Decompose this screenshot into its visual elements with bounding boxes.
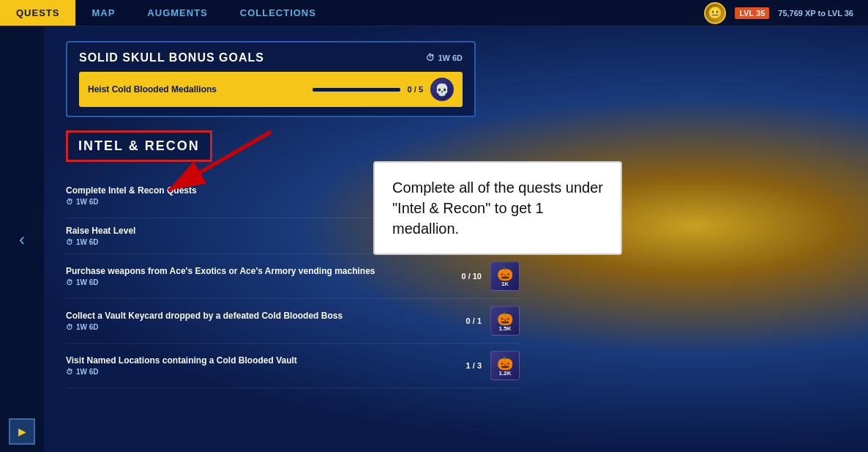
medallion-progress: 0 / 5 [408, 85, 423, 94]
progress-bar [313, 88, 400, 92]
nav-item-quests[interactable]: QUESTS [0, 0, 75, 26]
quest-timer: ⏱ 1W 6D [66, 368, 466, 376]
quest-reward-icon: 🎃 1.5K [490, 306, 520, 336]
reward-label: 1K [501, 281, 509, 287]
quest-item-right: 1 / 3 🎃 1.2K [466, 351, 520, 380]
quest-item[interactable]: Purchase weapons from Ace's Exotics or A… [66, 254, 520, 299]
quest-name: Collect a Vault Keycard dropped by a def… [66, 311, 466, 321]
bonus-goals-timer: ⏱ 1W 6D [426, 53, 463, 63]
nav-item-collections[interactable]: COLLECTIONS [224, 0, 332, 26]
medallion-row[interactable]: Heist Cold Blooded Medallions 0 / 5 💀 [79, 72, 463, 107]
collapse-button[interactable]: ‹ [19, 229, 25, 250]
reward-label: 1.2K [499, 370, 512, 377]
quest-item-right: 0 / 1 🎃 1.5K [466, 306, 520, 336]
player-info: 😐 LVL 35 75,769 XP to LVL 36 [704, 2, 868, 24]
bonus-goals-header: SOLID SKULL BONUS GOALS ⏱ 1W 6D [79, 51, 463, 64]
bonus-goals-box: SOLID SKULL BONUS GOALS ⏱ 1W 6D Heist Co… [66, 41, 476, 117]
timer-icon: ⏱ [426, 53, 435, 63]
bonus-goals-timer-value: 1W 6D [438, 53, 463, 62]
quest-item[interactable]: Collect a Vault Keycard dropped by a def… [66, 299, 520, 344]
quest-timer: ⏱ 1W 6D [66, 323, 466, 331]
nav-item-map[interactable]: MAP [75, 0, 131, 26]
quest-progress: 0 / 10 [461, 272, 482, 281]
nav-item-augments[interactable]: AUGMENTS [131, 0, 223, 26]
tooltip-text: Complete all of the quests under "Intel … [392, 177, 603, 239]
section-header: INTEL & RECON [66, 130, 212, 162]
quest-item-left: Purchase weapons from Ace's Exotics or A… [66, 266, 461, 286]
medallion-quest-name: Heist Cold Blooded Medallions [88, 84, 217, 95]
top-navigation: QUESTS MAP AUGMENTS COLLECTIONS 😐 LVL 35… [0, 0, 868, 26]
bonus-goals-title: SOLID SKULL BONUS GOALS [79, 51, 264, 64]
timer-icon: ⏱ [66, 278, 73, 286]
section-title: INTEL & RECON [78, 138, 200, 153]
quest-timer: ⏱ 1W 6D [66, 278, 461, 286]
avatar: 😐 [704, 2, 726, 24]
quest-item-left: Collect a Vault Keycard dropped by a def… [66, 311, 466, 331]
quest-progress: 1 / 3 [466, 361, 482, 370]
tooltip-box: Complete all of the quests under "Intel … [373, 161, 622, 255]
reward-label: 1.5K [499, 325, 512, 332]
quest-reward-icon: 🎃 1K [490, 262, 520, 291]
quest-item[interactable]: Visit Named Locations containing a Cold … [66, 344, 520, 388]
xp-text: 75,769 XP to LVL 36 [778, 9, 853, 18]
medallion-icon: 💀 [430, 78, 454, 101]
quest-name: Visit Named Locations containing a Cold … [66, 355, 466, 366]
bottom-icon[interactable]: ▶ [9, 418, 35, 445]
timer-icon: ⏱ [66, 368, 73, 376]
medallion-right: 0 / 5 💀 [313, 78, 454, 101]
timer-icon: ⏱ [66, 323, 73, 331]
left-panel: ‹ ▶ [0, 26, 44, 452]
level-badge: LVL 35 [735, 7, 769, 19]
quest-progress: 0 / 1 [466, 316, 482, 325]
quest-reward-icon: 🎃 1.2K [490, 351, 520, 380]
timer-icon: ⏱ [66, 238, 73, 246]
avatar-icon: 😐 [708, 6, 722, 20]
quest-item-left: Visit Named Locations containing a Cold … [66, 355, 466, 376]
timer-icon: ⏱ [66, 198, 73, 206]
quest-item-right: 0 / 10 🎃 1K [461, 262, 520, 291]
quest-name: Purchase weapons from Ace's Exotics or A… [66, 266, 461, 276]
